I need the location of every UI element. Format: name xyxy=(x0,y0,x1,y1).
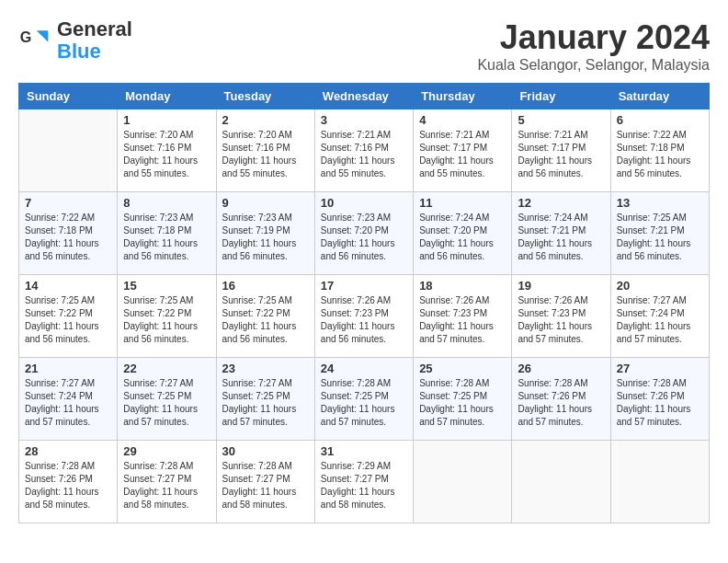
day-info: Sunrise: 7:27 AMSunset: 7:24 PMDaylight:… xyxy=(25,377,111,429)
calendar-cell: 28Sunrise: 7:28 AMSunset: 7:26 PMDayligh… xyxy=(19,441,118,523)
day-number: 20 xyxy=(617,279,703,293)
day-info: Sunrise: 7:26 AMSunset: 7:23 PMDaylight:… xyxy=(321,294,407,346)
day-number: 23 xyxy=(222,362,309,375)
day-info: Sunrise: 7:24 AMSunset: 7:21 PMDaylight:… xyxy=(518,212,604,263)
calendar-cell: 13Sunrise: 7:25 AMSunset: 7:21 PMDayligh… xyxy=(610,192,709,275)
day-number: 8 xyxy=(123,196,210,210)
calendar-week-row: 14Sunrise: 7:25 AMSunset: 7:22 PMDayligh… xyxy=(19,275,710,358)
day-info: Sunrise: 7:26 AMSunset: 7:23 PMDaylight:… xyxy=(419,294,506,346)
day-number: 22 xyxy=(123,362,210,375)
day-number: 19 xyxy=(518,279,604,293)
day-info: Sunrise: 7:21 AMSunset: 7:16 PMDaylight:… xyxy=(321,129,407,180)
calendar-cell: 25Sunrise: 7:28 AMSunset: 7:25 PMDayligh… xyxy=(414,358,512,441)
day-number: 26 xyxy=(518,362,604,375)
weekday-header: Thursday xyxy=(414,84,512,109)
day-number: 14 xyxy=(25,279,111,293)
day-number: 4 xyxy=(419,113,506,127)
logo-icon: G xyxy=(18,24,51,57)
day-info: Sunrise: 7:28 AMSunset: 7:25 PMDaylight:… xyxy=(419,377,506,429)
day-info: Sunrise: 7:25 AMSunset: 7:22 PMDaylight:… xyxy=(222,294,309,346)
day-number: 10 xyxy=(321,196,407,210)
calendar-cell: 12Sunrise: 7:24 AMSunset: 7:21 PMDayligh… xyxy=(512,192,610,275)
day-number: 16 xyxy=(222,279,309,293)
day-number: 6 xyxy=(617,113,703,127)
calendar-cell: 14Sunrise: 7:25 AMSunset: 7:22 PMDayligh… xyxy=(19,275,118,358)
day-info: Sunrise: 7:27 AMSunset: 7:24 PMDaylight:… xyxy=(617,294,703,346)
day-number: 29 xyxy=(123,444,210,458)
svg-marker-1 xyxy=(37,30,49,42)
day-number: 21 xyxy=(25,362,111,375)
day-info: Sunrise: 7:28 AMSunset: 7:26 PMDaylight:… xyxy=(25,460,111,511)
calendar-cell: 29Sunrise: 7:28 AMSunset: 7:27 PMDayligh… xyxy=(118,441,216,523)
calendar-cell: 30Sunrise: 7:28 AMSunset: 7:27 PMDayligh… xyxy=(216,441,314,523)
day-number: 7 xyxy=(25,196,111,210)
calendar-cell xyxy=(414,441,512,523)
calendar-cell: 9Sunrise: 7:23 AMSunset: 7:19 PMDaylight… xyxy=(216,192,314,275)
day-number: 12 xyxy=(518,196,604,210)
calendar-cell: 26Sunrise: 7:28 AMSunset: 7:26 PMDayligh… xyxy=(512,358,610,441)
calendar-cell: 21Sunrise: 7:27 AMSunset: 7:24 PMDayligh… xyxy=(19,358,118,441)
calendar-cell: 10Sunrise: 7:23 AMSunset: 7:20 PMDayligh… xyxy=(314,192,413,275)
title-block: January 2024 Kuala Selangor, Selangor, M… xyxy=(477,18,710,74)
calendar-cell: 11Sunrise: 7:24 AMSunset: 7:20 PMDayligh… xyxy=(414,192,512,275)
day-number: 18 xyxy=(419,279,506,293)
day-number: 27 xyxy=(617,362,703,375)
day-info: Sunrise: 7:23 AMSunset: 7:18 PMDaylight:… xyxy=(123,212,210,263)
day-info: Sunrise: 7:29 AMSunset: 7:27 PMDaylight:… xyxy=(321,460,407,511)
weekday-header: Monday xyxy=(118,84,216,109)
day-number: 15 xyxy=(123,279,210,293)
calendar-week-row: 1Sunrise: 7:20 AMSunset: 7:16 PMDaylight… xyxy=(19,109,710,192)
day-number: 17 xyxy=(321,279,407,293)
calendar-table: SundayMondayTuesdayWednesdayThursdayFrid… xyxy=(18,83,710,523)
calendar-cell: 20Sunrise: 7:27 AMSunset: 7:24 PMDayligh… xyxy=(610,275,709,358)
calendar-cell: 7Sunrise: 7:22 AMSunset: 7:18 PMDaylight… xyxy=(19,192,118,275)
day-info: Sunrise: 7:22 AMSunset: 7:18 PMDaylight:… xyxy=(617,129,703,180)
calendar-cell: 31Sunrise: 7:29 AMSunset: 7:27 PMDayligh… xyxy=(314,441,413,523)
day-info: Sunrise: 7:28 AMSunset: 7:26 PMDaylight:… xyxy=(617,377,703,429)
weekday-header: Saturday xyxy=(610,84,709,109)
day-info: Sunrise: 7:20 AMSunset: 7:16 PMDaylight:… xyxy=(222,129,309,180)
day-number: 28 xyxy=(25,444,111,458)
day-info: Sunrise: 7:23 AMSunset: 7:20 PMDaylight:… xyxy=(321,212,407,263)
calendar-cell: 3Sunrise: 7:21 AMSunset: 7:16 PMDaylight… xyxy=(314,109,413,192)
calendar-cell xyxy=(19,109,118,192)
page-header: G General Blue January 2024 Kuala Selang… xyxy=(18,18,710,74)
day-number: 25 xyxy=(419,362,506,375)
calendar-cell: 2Sunrise: 7:20 AMSunset: 7:16 PMDaylight… xyxy=(216,109,314,192)
calendar-cell: 16Sunrise: 7:25 AMSunset: 7:22 PMDayligh… xyxy=(216,275,314,358)
day-info: Sunrise: 7:24 AMSunset: 7:20 PMDaylight:… xyxy=(419,212,506,263)
calendar-week-row: 28Sunrise: 7:28 AMSunset: 7:26 PMDayligh… xyxy=(19,441,710,523)
day-info: Sunrise: 7:25 AMSunset: 7:22 PMDaylight:… xyxy=(25,294,111,346)
calendar-cell xyxy=(512,441,610,523)
calendar-cell: 24Sunrise: 7:28 AMSunset: 7:25 PMDayligh… xyxy=(314,358,413,441)
day-number: 31 xyxy=(321,444,407,458)
logo-general-text: General xyxy=(57,17,132,40)
day-info: Sunrise: 7:28 AMSunset: 7:27 PMDaylight:… xyxy=(123,460,210,511)
day-info: Sunrise: 7:27 AMSunset: 7:25 PMDaylight:… xyxy=(222,377,309,429)
weekday-header: Tuesday xyxy=(216,84,314,109)
day-info: Sunrise: 7:25 AMSunset: 7:21 PMDaylight:… xyxy=(617,212,703,263)
calendar-cell: 8Sunrise: 7:23 AMSunset: 7:18 PMDaylight… xyxy=(118,192,216,275)
day-number: 9 xyxy=(222,196,309,210)
day-number: 11 xyxy=(419,196,506,210)
day-info: Sunrise: 7:27 AMSunset: 7:25 PMDaylight:… xyxy=(123,377,210,429)
calendar-cell: 27Sunrise: 7:28 AMSunset: 7:26 PMDayligh… xyxy=(610,358,709,441)
day-number: 5 xyxy=(518,113,604,127)
calendar-cell: 17Sunrise: 7:26 AMSunset: 7:23 PMDayligh… xyxy=(314,275,413,358)
weekday-header: Sunday xyxy=(19,84,118,109)
calendar-cell: 6Sunrise: 7:22 AMSunset: 7:18 PMDaylight… xyxy=(610,109,709,192)
calendar-cell: 5Sunrise: 7:21 AMSunset: 7:17 PMDaylight… xyxy=(512,109,610,192)
day-number: 13 xyxy=(617,196,703,210)
day-info: Sunrise: 7:28 AMSunset: 7:26 PMDaylight:… xyxy=(518,377,604,429)
weekday-header: Friday xyxy=(512,84,610,109)
logo-blue-text: Blue xyxy=(57,40,101,63)
day-number: 30 xyxy=(222,444,309,458)
calendar-week-row: 7Sunrise: 7:22 AMSunset: 7:18 PMDaylight… xyxy=(19,192,710,275)
day-info: Sunrise: 7:25 AMSunset: 7:22 PMDaylight:… xyxy=(123,294,210,346)
logo: G General Blue xyxy=(18,18,132,63)
day-info: Sunrise: 7:28 AMSunset: 7:25 PMDaylight:… xyxy=(321,377,407,429)
calendar-cell: 22Sunrise: 7:27 AMSunset: 7:25 PMDayligh… xyxy=(118,358,216,441)
calendar-cell: 1Sunrise: 7:20 AMSunset: 7:16 PMDaylight… xyxy=(118,109,216,192)
month-title: January 2024 xyxy=(477,18,710,57)
day-info: Sunrise: 7:21 AMSunset: 7:17 PMDaylight:… xyxy=(419,129,506,180)
